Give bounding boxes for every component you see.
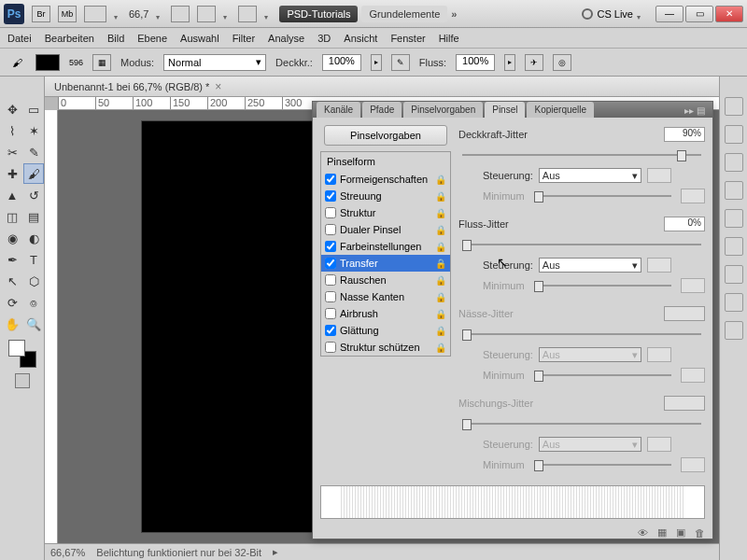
- menu-item[interactable]: 3D: [317, 33, 331, 44]
- attr-checkbox[interactable]: [325, 308, 336, 319]
- lock-icon[interactable]: 🔒: [435, 275, 446, 286]
- crumb[interactable]: PSD-Tutorials: [279, 6, 358, 22]
- blur-tool[interactable]: ◉: [2, 228, 22, 248]
- menu-item[interactable]: Hilfe: [439, 33, 459, 44]
- brush-preview[interactable]: [35, 54, 60, 71]
- gradient-tool[interactable]: ▤: [23, 206, 44, 227]
- attr-checkbox[interactable]: [325, 207, 336, 218]
- menu-item[interactable]: Auswahl: [180, 33, 219, 44]
- lock-icon[interactable]: 🔒: [435, 242, 446, 252]
- color-swatches[interactable]: [8, 340, 36, 368]
- flow-flyout[interactable]: ▸: [504, 54, 515, 71]
- opacity-flyout[interactable]: ▸: [371, 54, 382, 71]
- zoom-level[interactable]: 66,7: [129, 8, 148, 20]
- dock-styles-icon[interactable]: [725, 153, 743, 172]
- menu-item[interactable]: Ebene: [137, 33, 167, 44]
- lock-icon[interactable]: 🔒: [435, 208, 446, 218]
- canvas[interactable]: [142, 121, 329, 532]
- pen-tool[interactable]: ✒: [2, 249, 22, 270]
- brush-presets-button[interactable]: Pinselvorgaben: [324, 125, 447, 146]
- attr-checkbox[interactable]: [325, 291, 336, 302]
- shape-tool[interactable]: ⬡: [23, 271, 44, 291]
- lock-icon[interactable]: 🔒: [435, 175, 446, 185]
- lock-icon[interactable]: 🔒: [435, 343, 446, 353]
- close-tab-icon[interactable]: ×: [215, 80, 221, 93]
- brush-attr-item[interactable]: Rauschen🔒: [321, 272, 450, 288]
- brush-attr-item[interactable]: Glättung🔒: [321, 322, 450, 339]
- dodge-tool[interactable]: ◐: [23, 228, 44, 248]
- menu-item[interactable]: Ansicht: [344, 33, 377, 44]
- brush-attr-item[interactable]: Nasse Kanten🔒: [321, 288, 450, 305]
- trash-icon[interactable]: 🗑: [695, 527, 705, 539]
- document-tab[interactable]: Unbenannt-1 bei 66,7% (RGB/8) * ×: [45, 77, 719, 97]
- lasso-tool[interactable]: ⌇: [2, 120, 22, 141]
- tool-icon[interactable]: [197, 6, 216, 22]
- brush-panel-toggle[interactable]: ▦: [92, 54, 111, 71]
- hand-tool[interactable]: ✋: [2, 314, 22, 334]
- dropdown-icon[interactable]: [223, 10, 231, 18]
- new-preset-icon[interactable]: ▦: [657, 526, 667, 539]
- dock-channels-icon[interactable]: [725, 265, 743, 284]
- attr-checkbox[interactable]: [325, 241, 336, 252]
- dropdown-icon[interactable]: [156, 10, 163, 18]
- attr-checkbox[interactable]: [325, 342, 336, 353]
- crop-tool[interactable]: ✂: [2, 142, 22, 162]
- dock-color-icon[interactable]: [725, 97, 743, 116]
- tool-icon[interactable]: [238, 6, 257, 22]
- create-brush-icon[interactable]: ▣: [676, 526, 685, 539]
- cs-live[interactable]: CS Live — ▭ ✕: [582, 6, 743, 22]
- brush-attr-item[interactable]: Dualer Pinsel🔒: [321, 221, 450, 238]
- eyedropper-tool[interactable]: ✎: [23, 142, 44, 162]
- marquee-tool[interactable]: ▭: [23, 99, 44, 119]
- brush-attr-item[interactable]: Streuung🔒: [321, 188, 450, 204]
- history-brush-tool[interactable]: ↺: [23, 185, 44, 205]
- 3d-tool[interactable]: ⟳: [2, 292, 22, 313]
- opacity-input[interactable]: 100%: [322, 54, 361, 71]
- airbrush-icon[interactable]: ✈: [525, 54, 543, 71]
- crumb[interactable]: Grundelemente: [361, 6, 447, 22]
- bridge-button[interactable]: Br: [32, 6, 50, 22]
- tab-channels[interactable]: Kanäle: [317, 102, 360, 118]
- eraser-tool[interactable]: ◫: [2, 206, 22, 227]
- flow-control-select[interactable]: Aus▾: [539, 258, 641, 273]
- lock-icon[interactable]: 🔒: [435, 191, 446, 202]
- 3d-camera-tool[interactable]: ⌾: [23, 292, 44, 313]
- path-select-tool[interactable]: ↖: [2, 271, 22, 291]
- brush-attr-item[interactable]: Transfer🔒: [321, 255, 450, 272]
- wand-tool[interactable]: ✶: [23, 120, 44, 141]
- minimize-button[interactable]: —: [655, 6, 684, 22]
- dock-paths-icon[interactable]: [725, 293, 743, 312]
- menu-item[interactable]: Filter: [233, 33, 255, 44]
- dock-history-icon[interactable]: [725, 321, 743, 340]
- lock-icon[interactable]: 🔒: [435, 326, 446, 336]
- brush-attr-item[interactable]: Struktur schützen🔒: [321, 339, 450, 356]
- menu-item[interactable]: Fenster: [390, 33, 425, 44]
- opacity-jitter-slider[interactable]: [462, 154, 701, 156]
- tool-icon[interactable]: [171, 6, 190, 22]
- dropdown-icon[interactable]: [264, 10, 272, 18]
- maximize-button[interactable]: ▭: [685, 6, 713, 22]
- panel-menu-icon[interactable]: ▸▸ ▤: [681, 104, 709, 118]
- mode-select[interactable]: Normal▾: [163, 54, 266, 71]
- attr-checkbox[interactable]: [325, 174, 336, 185]
- opacity-control-select[interactable]: Aus▾: [539, 168, 641, 183]
- brush-size[interactable]: 596: [69, 58, 83, 67]
- flow-input[interactable]: 100%: [456, 54, 495, 71]
- menu-item[interactable]: Bearbeiten: [45, 33, 94, 44]
- attr-checkbox[interactable]: [325, 224, 336, 235]
- brush-attr-item[interactable]: Struktur🔒: [321, 204, 450, 221]
- brush-tool-icon[interactable]: 🖌: [7, 53, 26, 72]
- flow-jitter-slider[interactable]: [462, 244, 701, 245]
- flow-jitter-value[interactable]: 0%: [664, 217, 705, 231]
- lock-icon[interactable]: 🔒: [435, 225, 446, 235]
- tab-brush[interactable]: Pinsel: [485, 102, 525, 118]
- brush-attr-item[interactable]: Farbeinstellungen🔒: [321, 238, 450, 255]
- menu-item[interactable]: Datei: [7, 33, 32, 44]
- opacity-jitter-value[interactable]: 90%: [664, 127, 705, 142]
- standard-mode[interactable]: [15, 373, 30, 388]
- dropdown-icon[interactable]: [114, 10, 121, 18]
- lock-icon[interactable]: 🔒: [435, 309, 446, 319]
- brush-tool[interactable]: 🖌: [23, 163, 44, 184]
- lock-icon[interactable]: 🔒: [435, 259, 446, 269]
- chevron-right-icon[interactable]: »: [451, 8, 457, 20]
